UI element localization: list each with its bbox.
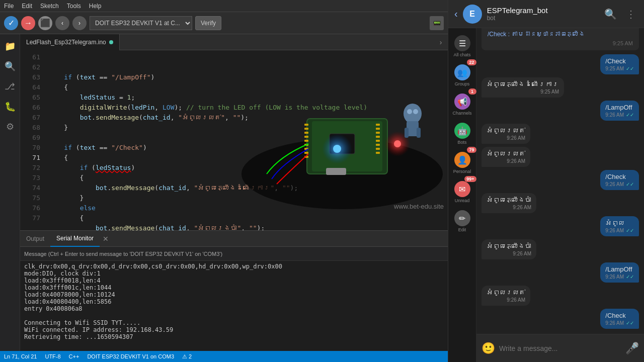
- nav-channels[interactable]: 📢 1 Channels: [450, 90, 474, 119]
- more-options-icon[interactable]: ⋮: [624, 6, 638, 22]
- msg-row: អំពូលរលត់ 9:26 AM: [481, 147, 639, 167]
- msg-row: /Check 9:25 AM ✓✓: [481, 54, 639, 74]
- channels-icon: 📢: [454, 94, 470, 110]
- menu-tools[interactable]: Tools: [67, 3, 81, 10]
- msg-row: អំពូលរលត់ 9:26 AM: [481, 124, 639, 144]
- status-board: DOIT ESP32 DEVKIT V1 on COM3: [87, 353, 174, 359]
- menu-edit[interactable]: Edit: [22, 3, 32, 10]
- menu-help[interactable]: Help: [89, 3, 102, 10]
- tg-body: ☰ All chats 👥 22 Groups 📢 1 Channels 🤖 B…: [448, 28, 644, 362]
- bots-icon: 🤖: [454, 123, 470, 139]
- serial-message-bar: Message (Ctrl + Enter to send message to…: [20, 247, 448, 261]
- source-control-icon[interactable]: ⎇: [2, 78, 18, 95]
- nav-groups[interactable]: 👥 22 Groups: [450, 61, 474, 89]
- nav-bots[interactable]: 🤖 Bots: [450, 120, 474, 148]
- menu-sketch[interactable]: Sketch: [40, 3, 59, 10]
- editor-tab[interactable]: LedFlash_Esp32Telegram.ino: [20, 34, 120, 50]
- msg-text: អំពូល: [605, 219, 634, 227]
- side-icon-bar: 📁 🔍 ⎇ 🐛 ⚙: [0, 34, 20, 351]
- nav-unread[interactable]: ✉ 99+ Unread: [450, 178, 474, 206]
- upload-button[interactable]: →: [21, 16, 35, 30]
- serial-monitor-icon[interactable]: 📟: [430, 16, 444, 30]
- tab-close-button[interactable]: ✕: [103, 235, 109, 243]
- nav-personal[interactable]: 👤 79 Personal: [450, 149, 474, 177]
- edit-icon: ✏: [454, 210, 470, 226]
- verify-button[interactable]: ✓: [4, 16, 18, 30]
- verify-run-button[interactable]: Verify: [195, 16, 221, 30]
- all-chats-icon: ☰: [454, 35, 470, 51]
- msg-time: 9:26 AM: [507, 297, 525, 303]
- msg-time: 9:26 AM: [605, 228, 624, 233]
- nav-back-button[interactable]: ‹: [55, 16, 69, 30]
- msg-row: អំពូលភ្លើងដំណើរការ 9:25 AM: [481, 77, 639, 98]
- nav-fwd-button[interactable]: ›: [72, 16, 87, 30]
- emoji-button[interactable]: 🙂: [481, 342, 495, 355]
- serial-line: clk_drv:0x00,q_drv:0x00,d_drv:0x00,cs0_d…: [24, 263, 444, 270]
- serial-line: WiFi connected. IP address: 192.168.43.5…: [24, 326, 444, 333]
- nav-edit[interactable]: ✏ Edit: [450, 207, 474, 235]
- groups-label: Groups: [455, 81, 470, 86]
- message-bubble: /Check 9:25 AM ✓✓: [600, 54, 639, 74]
- personal-label: Personal: [453, 169, 471, 174]
- msg-text: /Check: [605, 173, 634, 180]
- msg-row: /LampOff 9:26 AM ✓✓: [481, 101, 639, 121]
- cmd-check: /Check : តាមដានស្ថានភាពភ្លើង: [488, 29, 633, 40]
- search-messages-icon[interactable]: 🔍: [602, 6, 619, 22]
- serial-line: load:0x40080400,len:5856: [24, 298, 444, 305]
- debug-button[interactable]: ⬛: [38, 16, 52, 30]
- tab-scroll-right[interactable]: ›: [434, 35, 448, 49]
- msg-row: អំពូលភ្លើងចាំ 9:26 AM: [481, 193, 639, 213]
- bot-avatar: E: [463, 5, 482, 24]
- messages-list[interactable]: បារម្ភដែរចុះសូខអើយ :), Thet. នៅតែការបញ្ញ…: [476, 28, 644, 334]
- menu-file[interactable]: File: [4, 3, 14, 10]
- debug-side-icon[interactable]: 🐛: [2, 99, 18, 115]
- search-icon[interactable]: 🔍: [2, 58, 18, 74]
- message-bubble: /Check 9:26 AM ✓✓: [600, 170, 639, 190]
- info-banner: បារម្ភដែរចុះសូខអើយ :), Thet. នៅតែការបញ្ញ…: [481, 28, 639, 50]
- message-input[interactable]: [499, 344, 621, 352]
- back-button[interactable]: ‹: [454, 8, 458, 20]
- main-area: 📁 🔍 ⎇ 🐛 ⚙ LedFlash_Esp32Telegram.ino › 6…: [0, 34, 448, 351]
- tab-serial-monitor[interactable]: Serial Monitor: [50, 231, 100, 247]
- msg-text: អំពូលរលត់: [487, 289, 525, 296]
- board-select[interactable]: DOIT ESP32 DEVKIT V1 at C...: [90, 16, 192, 30]
- code-area[interactable]: 61626364 65666768 697071 72737475 7677 i…: [20, 50, 448, 230]
- message-bubble: អំពូលភ្លើងដំណើរការ 9:25 AM: [481, 77, 564, 98]
- code-editor[interactable]: if (text == "/LampOff") { ledStatus = 1;…: [44, 50, 448, 230]
- telegram-panel: ‹ E ESPTelegram_bot bot 🔍 ⋮ ☰ All chats …: [448, 0, 644, 362]
- modified-indicator: [109, 40, 113, 44]
- msg-text: អំពូលភ្លើងចាំ: [487, 196, 531, 204]
- serial-line: Retrieving time: ...1650594307: [24, 333, 444, 340]
- personal-badge: 79: [467, 147, 476, 153]
- extensions-icon[interactable]: ⚙: [2, 119, 18, 135]
- edit-label: Edit: [458, 227, 466, 232]
- banner-time: 9:25 AM: [488, 40, 633, 46]
- bots-label: Bots: [457, 140, 466, 145]
- message-bubble: អំពូលរលត់ 9:26 AM: [481, 286, 530, 306]
- msg-row: អំពូលរលត់ 9:26 AM: [481, 286, 639, 306]
- tg-nav-column: ☰ All chats 👥 22 Groups 📢 1 Channels 🤖 B…: [448, 28, 476, 362]
- toolbar: ✓ → ⬛ ‹ › DOIT ESP32 DEVKIT V1 at C... V…: [0, 12, 448, 34]
- msg-time: 9:26 AM: [513, 205, 531, 210]
- msg-text: អំពូលភ្លើងចាំ: [487, 242, 531, 250]
- files-icon[interactable]: 📁: [2, 38, 18, 54]
- serial-line: entry 0x400806a8: [24, 305, 444, 312]
- line-numbers: 61626364 65666768 697071 72737475 7677: [20, 50, 44, 230]
- groups-icon: 👥: [454, 64, 470, 80]
- all-chats-label: All chats: [453, 52, 470, 57]
- tab-output[interactable]: Output: [20, 231, 50, 247]
- msg-read-icon: ✓✓: [626, 320, 634, 326]
- editor-area: LedFlash_Esp32Telegram.ino › 61626364 65…: [20, 34, 448, 351]
- message-bubble: /LampOff 9:26 AM ✓✓: [600, 101, 639, 121]
- nav-all-chats[interactable]: ☰ All chats: [450, 32, 474, 60]
- status-language: C++: [69, 353, 79, 359]
- editor-filename: LedFlash_Esp32Telegram.ino: [26, 39, 106, 46]
- msg-row: /Check 9:26 AM ✓✓: [481, 170, 639, 190]
- telegram-header: ‹ E ESPTelegram_bot bot 🔍 ⋮: [448, 0, 644, 28]
- groups-badge: 22: [467, 59, 476, 65]
- channels-badge: 1: [468, 88, 476, 95]
- msg-read-icon: ✓✓: [626, 182, 634, 187]
- msg-row: អំពូល 9:26 AM ✓✓: [481, 216, 639, 236]
- mic-button[interactable]: 🎤: [625, 342, 639, 355]
- menu-bar: File Edit Sketch Tools Help: [0, 0, 448, 12]
